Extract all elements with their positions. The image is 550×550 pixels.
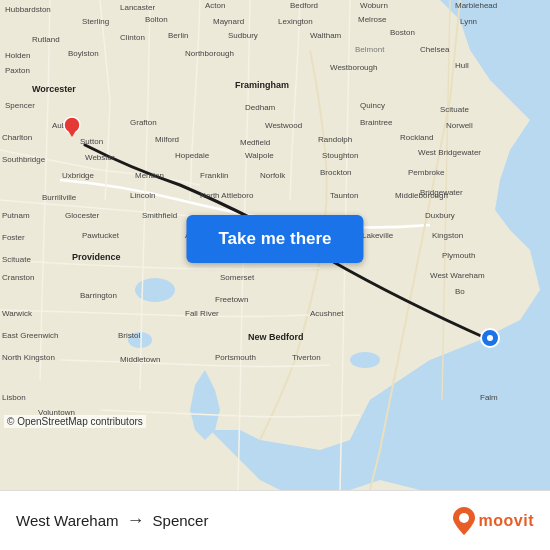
- svg-text:Middletown: Middletown: [120, 355, 160, 364]
- svg-text:Bridgewater: Bridgewater: [420, 188, 463, 197]
- svg-text:Glocester: Glocester: [65, 211, 100, 220]
- svg-text:Randolph: Randolph: [318, 135, 352, 144]
- svg-text:Lakeville: Lakeville: [362, 231, 394, 240]
- svg-text:Duxbury: Duxbury: [425, 211, 455, 220]
- svg-text:Barrington: Barrington: [80, 291, 117, 300]
- svg-text:Woburn: Woburn: [360, 1, 388, 10]
- svg-text:Putnam: Putnam: [2, 211, 30, 220]
- svg-text:Acushnet: Acushnet: [310, 309, 344, 318]
- svg-text:Foster: Foster: [2, 233, 25, 242]
- svg-text:Clinton: Clinton: [120, 33, 145, 42]
- svg-text:Braintree: Braintree: [360, 118, 393, 127]
- origin-label: West Wareham: [16, 512, 119, 529]
- svg-text:Acton: Acton: [205, 1, 225, 10]
- svg-text:Fall River: Fall River: [185, 309, 219, 318]
- svg-text:Smithfield: Smithfield: [142, 211, 177, 220]
- svg-text:Lexington: Lexington: [278, 17, 313, 26]
- svg-text:Bristol: Bristol: [118, 331, 140, 340]
- svg-text:Lincoln: Lincoln: [130, 191, 155, 200]
- svg-text:Plymouth: Plymouth: [442, 251, 475, 260]
- map-container: Hubbardston Lancaster Acton Bedford Wobu…: [0, 0, 550, 490]
- svg-text:Scituate: Scituate: [2, 255, 31, 264]
- svg-text:Norwell: Norwell: [446, 121, 473, 130]
- svg-point-1: [135, 278, 175, 302]
- svg-text:Pawtucket: Pawtucket: [82, 231, 120, 240]
- svg-text:Sutton: Sutton: [80, 137, 103, 146]
- svg-text:Northborough: Northborough: [185, 49, 234, 58]
- svg-text:Pembroke: Pembroke: [408, 168, 445, 177]
- svg-text:Medfield: Medfield: [240, 138, 270, 147]
- moovit-brand-label: moovit: [479, 512, 534, 530]
- svg-text:Providence: Providence: [72, 252, 121, 262]
- svg-text:Spencer: Spencer: [5, 101, 35, 110]
- svg-text:East Greenwich: East Greenwich: [2, 331, 58, 340]
- svg-text:Hopedale: Hopedale: [175, 151, 210, 160]
- svg-text:Charlton: Charlton: [2, 133, 32, 142]
- svg-text:Maynard: Maynard: [213, 17, 244, 26]
- svg-text:Rockland: Rockland: [400, 133, 433, 142]
- svg-text:Bedford: Bedford: [290, 1, 318, 10]
- bottom-bar: West Wareham → Spencer moovit: [0, 490, 550, 550]
- svg-text:Walpole: Walpole: [245, 151, 274, 160]
- svg-text:Mendon: Mendon: [135, 171, 164, 180]
- destination-label: Spencer: [153, 512, 209, 529]
- svg-text:Lancaster: Lancaster: [120, 3, 155, 12]
- svg-text:Bolton: Bolton: [145, 15, 168, 24]
- svg-text:West Wareham: West Wareham: [430, 271, 485, 280]
- svg-text:Berlin: Berlin: [168, 31, 188, 40]
- svg-text:Boylston: Boylston: [68, 49, 99, 58]
- svg-text:Rutland: Rutland: [32, 35, 60, 44]
- svg-text:Boston: Boston: [390, 28, 415, 37]
- svg-text:Waltham: Waltham: [310, 31, 342, 40]
- copyright-notice: © OpenStreetMap contributors: [4, 415, 146, 428]
- svg-point-99: [487, 335, 493, 341]
- svg-text:Warwick: Warwick: [2, 309, 33, 318]
- svg-text:Sterling: Sterling: [82, 17, 109, 26]
- svg-text:West Bridgewater: West Bridgewater: [418, 148, 481, 157]
- svg-text:Freetown: Freetown: [215, 295, 248, 304]
- svg-text:Chelsea: Chelsea: [420, 45, 450, 54]
- svg-text:New Bedford: New Bedford: [248, 332, 304, 342]
- moovit-pin-icon: [453, 507, 475, 535]
- svg-text:Marblehead: Marblehead: [455, 1, 497, 10]
- svg-text:Dedham: Dedham: [245, 103, 276, 112]
- svg-text:Quincy: Quincy: [360, 101, 385, 110]
- svg-text:Kingston: Kingston: [432, 231, 463, 240]
- svg-text:Stoughton: Stoughton: [322, 151, 358, 160]
- svg-text:Grafton: Grafton: [130, 118, 157, 127]
- svg-text:Cranston: Cranston: [2, 273, 34, 282]
- svg-text:North Kingston: North Kingston: [2, 353, 55, 362]
- svg-text:Westborough: Westborough: [330, 63, 377, 72]
- svg-text:Norfolk: Norfolk: [260, 171, 286, 180]
- svg-point-100: [459, 513, 469, 523]
- svg-text:Somerset: Somerset: [220, 273, 255, 282]
- take-me-there-button[interactable]: Take me there: [186, 215, 363, 263]
- svg-text:Framingham: Framingham: [235, 80, 289, 90]
- svg-text:Falm: Falm: [480, 393, 498, 402]
- svg-text:Uxbridge: Uxbridge: [62, 171, 95, 180]
- svg-text:Tiverton: Tiverton: [292, 353, 321, 362]
- svg-text:Franklin: Franklin: [200, 171, 228, 180]
- svg-text:Lynn: Lynn: [460, 17, 477, 26]
- svg-text:Paxton: Paxton: [5, 66, 30, 75]
- svg-text:Southbridge: Southbridge: [2, 155, 46, 164]
- moovit-logo: moovit: [453, 507, 534, 535]
- svg-text:Hull: Hull: [455, 61, 469, 70]
- svg-text:Bo: Bo: [455, 287, 465, 296]
- svg-text:Holden: Holden: [5, 51, 30, 60]
- svg-point-3: [350, 352, 380, 368]
- svg-text:Hubbardston: Hubbardston: [5, 5, 51, 14]
- route-info: West Wareham → Spencer: [16, 510, 208, 531]
- svg-text:Sudbury: Sudbury: [228, 31, 258, 40]
- svg-text:Worcester: Worcester: [32, 84, 76, 94]
- svg-text:Webster: Webster: [85, 153, 115, 162]
- svg-text:Portsmouth: Portsmouth: [215, 353, 256, 362]
- svg-text:Brockton: Brockton: [320, 168, 352, 177]
- svg-text:North Attleboro: North Attleboro: [200, 191, 254, 200]
- svg-text:Westwood: Westwood: [265, 121, 302, 130]
- svg-text:Taunton: Taunton: [330, 191, 358, 200]
- svg-text:Belmont: Belmont: [355, 45, 385, 54]
- svg-text:Milford: Milford: [155, 135, 179, 144]
- svg-text:Scituate: Scituate: [440, 105, 469, 114]
- svg-text:Lisbon: Lisbon: [2, 393, 26, 402]
